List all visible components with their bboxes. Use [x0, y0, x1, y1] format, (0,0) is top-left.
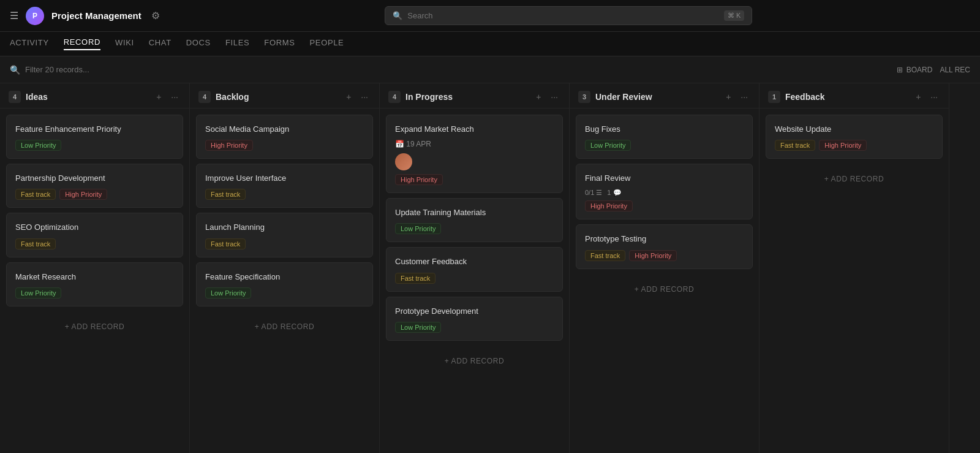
tag-fast-track: Fast track [205, 189, 246, 200]
tag-low-priority: Low Priority [395, 322, 441, 333]
column-in-progress: 4 In Progress + ··· Expand Market Reach📅… [380, 83, 570, 453]
add-record-btn-feedback[interactable]: + ADD RECORD [768, 169, 940, 189]
tab-record[interactable]: RECORD [64, 37, 100, 50]
card-title-backlog-2: Launch Planning [205, 222, 364, 233]
tab-docs[interactable]: DOCS [186, 38, 211, 50]
column-ideas: 4 Ideas + ··· Feature Enhancement Priori… [0, 83, 190, 453]
card-title-feedback-0: Website Update [775, 124, 933, 135]
tag-fast-track: Fast track [15, 189, 56, 200]
column-backlog: 4 Backlog + ··· Social Media CampaignHig… [190, 83, 380, 453]
filter-bar: 🔍 ⊞ BOARD ALL REC [0, 56, 980, 83]
column-title-feedback: Feedback [785, 92, 908, 102]
more-icon-in-progress[interactable]: ··· [548, 91, 560, 103]
tab-people[interactable]: PEOPLE [310, 38, 344, 50]
cards-area-under-review: Bug FixesLow PriorityFinal Review0/1 ☰1 … [570, 108, 759, 453]
tags-ideas-0: Low Priority [15, 140, 174, 151]
column-count-backlog: 4 [198, 91, 211, 103]
card-under-review-2[interactable]: Prototype TestingFast trackHigh Priority [576, 224, 753, 268]
add-record-btn-under-review[interactable]: + ADD RECORD [578, 279, 750, 300]
tags-feedback-0: Fast trackHigh Priority [775, 140, 933, 151]
all-records-toggle[interactable]: ALL REC [940, 66, 970, 74]
column-header-in-progress: 4 In Progress + ··· [380, 83, 569, 108]
card-under-review-0[interactable]: Bug FixesLow Priority [576, 115, 753, 159]
tag-high-priority: High Priority [629, 250, 677, 261]
card-title-in-progress-3: Prototype Development [395, 306, 554, 317]
card-under-review-1[interactable]: Final Review0/1 ☰1 💬High Priority [576, 164, 753, 219]
more-icon-under-review[interactable]: ··· [738, 91, 750, 103]
tab-activity[interactable]: ACTIVITY [10, 38, 49, 50]
card-in-progress-2[interactable]: Customer FeedbackFast track [386, 247, 563, 291]
tag-high-priority: High Priority [585, 200, 633, 211]
card-title-under-review-2: Prototype Testing [585, 234, 744, 245]
add-card-icon-in-progress[interactable]: + [533, 91, 543, 103]
tag-low-priority: Low Priority [15, 287, 61, 299]
board-toggle[interactable]: ⊞ BOARD [897, 66, 933, 74]
more-icon-ideas[interactable]: ··· [168, 91, 181, 103]
card-ideas-2[interactable]: SEO OptimizationFast track [6, 213, 183, 257]
add-card-icon-backlog[interactable]: + [344, 91, 353, 103]
card-avatar-in-progress-0 [395, 153, 412, 170]
add-record-btn-in-progress[interactable]: + ADD RECORD [388, 351, 560, 371]
tag-fast-track: Fast track [585, 250, 625, 261]
add-card-icon-feedback[interactable]: + [913, 91, 923, 103]
card-backlog-1[interactable]: Improve User InterfaceFast track [196, 164, 373, 208]
search-input[interactable] [407, 11, 719, 20]
card-in-progress-1[interactable]: Update Training MaterialsLow Priority [386, 198, 563, 242]
board-label: BOARD [907, 66, 933, 74]
column-count-in-progress: 4 [388, 91, 401, 103]
add-card-icon-under-review[interactable]: + [723, 91, 733, 103]
column-header-ideas: 4 Ideas + ··· [0, 83, 189, 108]
tags-backlog-1: Fast track [205, 189, 364, 200]
card-title-under-review-1: Final Review [585, 173, 744, 184]
column-title-under-review: Under Review [595, 92, 718, 102]
card-title-backlog-3: Feature Specification [205, 272, 364, 283]
tags-ideas-1: Fast trackHigh Priority [15, 189, 174, 200]
tag-high-priority: High Priority [205, 140, 253, 151]
tab-files[interactable]: FILES [225, 38, 249, 50]
card-title-backlog-0: Social Media Campaign [205, 124, 364, 135]
card-in-progress-0[interactable]: Expand Market Reach📅 19 APRHigh Priority [386, 115, 563, 193]
top-nav: ☰ P Project Management ⚙ 🔍 ⌘ K [0, 0, 980, 32]
tags-backlog-2: Fast track [205, 238, 364, 249]
card-backlog-3[interactable]: Feature SpecificationLow Priority [196, 262, 373, 306]
tag-low-priority: Low Priority [15, 140, 61, 151]
card-title-under-review-0: Bug Fixes [585, 124, 744, 135]
tag-high-priority: High Priority [395, 174, 443, 185]
card-feedback-0[interactable]: Website UpdateFast trackHigh Priority [766, 115, 943, 159]
column-header-backlog: 4 Backlog + ··· [190, 83, 379, 108]
card-title-in-progress-0: Expand Market Reach [395, 124, 554, 135]
filter-input[interactable] [25, 65, 148, 74]
card-backlog-2[interactable]: Launch PlanningFast track [196, 213, 373, 257]
search-shortcut: ⌘ K [724, 10, 744, 21]
card-ideas-1[interactable]: Partnership DevelopmentFast trackHigh Pr… [6, 164, 183, 208]
card-backlog-0[interactable]: Social Media CampaignHigh Priority [196, 115, 373, 159]
filter-left: 🔍 [10, 65, 148, 75]
more-icon-backlog[interactable]: ··· [358, 91, 371, 103]
card-title-backlog-1: Improve User Interface [205, 173, 364, 184]
tag-low-priority: Low Priority [585, 140, 631, 151]
column-title-in-progress: In Progress [405, 92, 529, 102]
board-area: 4 Ideas + ··· Feature Enhancement Priori… [0, 83, 980, 453]
board-icon: ⊞ [897, 66, 903, 74]
card-in-progress-3[interactable]: Prototype DevelopmentLow Priority [386, 297, 563, 341]
card-ideas-0[interactable]: Feature Enhancement PriorityLow Priority [6, 115, 183, 159]
more-icon-feedback[interactable]: ··· [928, 91, 940, 103]
app-title: Project Management [51, 10, 141, 21]
settings-icon[interactable]: ⚙ [151, 10, 160, 21]
column-feedback: 1 Feedback + ··· Website UpdateFast trac… [760, 83, 949, 453]
card-title-ideas-0: Feature Enhancement Priority [15, 124, 174, 135]
add-record-btn-ideas[interactable]: + ADD RECORD [9, 316, 181, 337]
card-ideas-3[interactable]: Market ResearchLow Priority [6, 262, 183, 306]
tags-ideas-3: Low Priority [15, 287, 174, 299]
add-record-btn-backlog[interactable]: + ADD RECORD [198, 316, 371, 337]
filter-search-icon: 🔍 [10, 65, 20, 75]
tab-forms[interactable]: FORMS [264, 38, 295, 50]
card-title-ideas-2: SEO Optimization [15, 222, 174, 233]
tab-chat[interactable]: CHAT [149, 38, 172, 50]
hamburger-icon[interactable]: ☰ [10, 10, 18, 21]
column-title-ideas: Ideas [26, 92, 149, 102]
add-card-icon-ideas[interactable]: + [154, 91, 164, 103]
tab-wiki[interactable]: WIKI [115, 38, 134, 50]
search-bar: 🔍 ⌘ K [385, 6, 752, 25]
tag-high-priority: High Priority [819, 140, 867, 151]
